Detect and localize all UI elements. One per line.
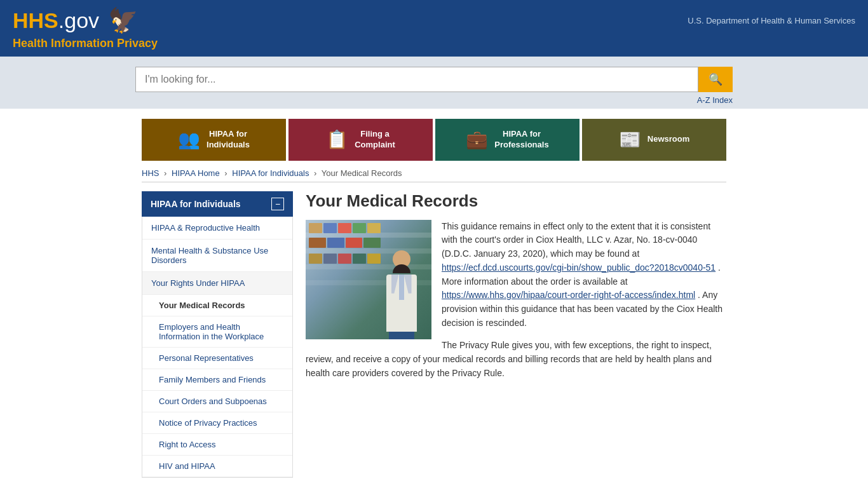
complaint-label: Filing aComplaint bbox=[355, 129, 395, 151]
breadcrumb-hipaa-individuals[interactable]: HIPAA for Individuals bbox=[232, 168, 309, 178]
sidebar-nav: HIPAA & Reproductive Health Mental Healt… bbox=[142, 217, 293, 478]
nav-btn-professionals[interactable]: 💼 HIPAA forProfessionals bbox=[435, 119, 580, 161]
sidebar-sub-item-medical-records[interactable]: Your Medical Records bbox=[142, 295, 292, 316]
sidebar-sub-item-personal-reps[interactable]: Personal Representatives bbox=[142, 348, 292, 369]
hhs-text: HHS bbox=[13, 8, 58, 33]
nav-btn-newsroom[interactable]: 📰 Newsroom bbox=[582, 119, 726, 161]
health-information-privacy-link[interactable]: Health Information Privacy bbox=[13, 37, 158, 50]
hhs-logo: HHS .gov bbox=[13, 8, 99, 33]
sidebar-sub-item-employers[interactable]: Employers and Health Information in the … bbox=[142, 316, 292, 348]
sidebar-sub-item-family[interactable]: Family Members and Friends bbox=[142, 369, 292, 391]
newsroom-icon: 📰 bbox=[619, 129, 641, 150]
content-body: This guidance remains in effect only to … bbox=[306, 220, 726, 381]
sidebar-sub-item-right-access[interactable]: Right to Access bbox=[142, 434, 292, 456]
body-paragraph: The Privacy Rule gives you, with few exc… bbox=[306, 339, 726, 380]
breadcrumb-sep3: › bbox=[314, 168, 316, 178]
az-index-link[interactable]: A-Z Index bbox=[697, 95, 733, 105]
complaint-icon: 📋 bbox=[326, 129, 348, 150]
sidebar-collapse-button[interactable]: − bbox=[271, 198, 284, 210]
breadcrumb-sep2: › bbox=[224, 168, 227, 178]
sidebar-header-label: HIPAA for Individuals bbox=[151, 199, 241, 209]
header: HHS .gov 🦅 U.S. Department of Health & H… bbox=[0, 0, 868, 57]
nav-btn-individuals[interactable]: 👥 HIPAA forIndividuals bbox=[142, 119, 286, 161]
court-order-link[interactable]: https://ecf.dcd.uscourts.gov/cgi-bin/sho… bbox=[442, 262, 715, 273]
main-layout: HIPAA for Individuals − HIPAA & Reproduc… bbox=[142, 191, 726, 478]
sidebar-sub-item-hiv[interactable]: HIV and HIPAA bbox=[142, 456, 292, 477]
breadcrumb-hipaa-home[interactable]: HIPAA Home bbox=[172, 168, 220, 178]
search-area: 🔍 A-Z Index bbox=[0, 57, 868, 109]
sidebar-sub-item-notice-privacy[interactable]: Notice of Privacy Practices bbox=[142, 412, 292, 434]
department-name: U.S. Department of Health & Human Servic… bbox=[688, 16, 855, 25]
sidebar: HIPAA for Individuals − HIPAA & Reproduc… bbox=[142, 191, 293, 478]
main-content: Your Medical Records bbox=[306, 191, 726, 478]
individuals-label: HIPAA forIndividuals bbox=[207, 129, 250, 151]
professionals-icon: 💼 bbox=[466, 129, 488, 150]
divider bbox=[142, 182, 726, 182]
content-wrapper: HHS › HIPAA Home › HIPAA for Individuals… bbox=[135, 161, 733, 478]
sidebar-item-reproductive-health[interactable]: HIPAA & Reproductive Health bbox=[142, 217, 292, 240]
sidebar-header[interactable]: HIPAA for Individuals − bbox=[142, 191, 293, 217]
individuals-icon: 👥 bbox=[178, 129, 200, 150]
content-image bbox=[306, 220, 431, 339]
breadcrumb-current: Your Medical Records bbox=[322, 168, 402, 178]
search-button[interactable]: 🔍 bbox=[698, 67, 733, 92]
newsroom-label: Newsroom bbox=[648, 134, 689, 145]
nav-btn-complaint[interactable]: 📋 Filing aComplaint bbox=[288, 119, 433, 161]
eagle-icon: 🦅 bbox=[108, 6, 138, 34]
breadcrumb: HHS › HIPAA Home › HIPAA for Individuals… bbox=[142, 161, 726, 182]
professionals-label: HIPAA forProfessionals bbox=[494, 129, 548, 151]
page-title: Your Medical Records bbox=[306, 191, 726, 211]
sidebar-sub-item-court-orders[interactable]: Court Orders and Subpoenas bbox=[142, 391, 292, 412]
hhs-court-link[interactable]: https://www.hhs.gov/hipaa/court-order-ri… bbox=[442, 290, 695, 300]
notice-text-1: This guidance remains in effect only to … bbox=[442, 221, 710, 259]
sidebar-item-mental-health[interactable]: Mental Health & Substance Use Disorders bbox=[142, 240, 292, 272]
breadcrumb-sep1: › bbox=[164, 168, 166, 178]
sidebar-section-rights: Your Rights Under HIPAA bbox=[142, 272, 292, 295]
search-input[interactable] bbox=[135, 67, 698, 92]
gov-text: .gov bbox=[58, 8, 99, 33]
nav-buttons: 👥 HIPAA forIndividuals 📋 Filing aComplai… bbox=[135, 119, 733, 161]
breadcrumb-hhs[interactable]: HHS bbox=[142, 168, 159, 178]
